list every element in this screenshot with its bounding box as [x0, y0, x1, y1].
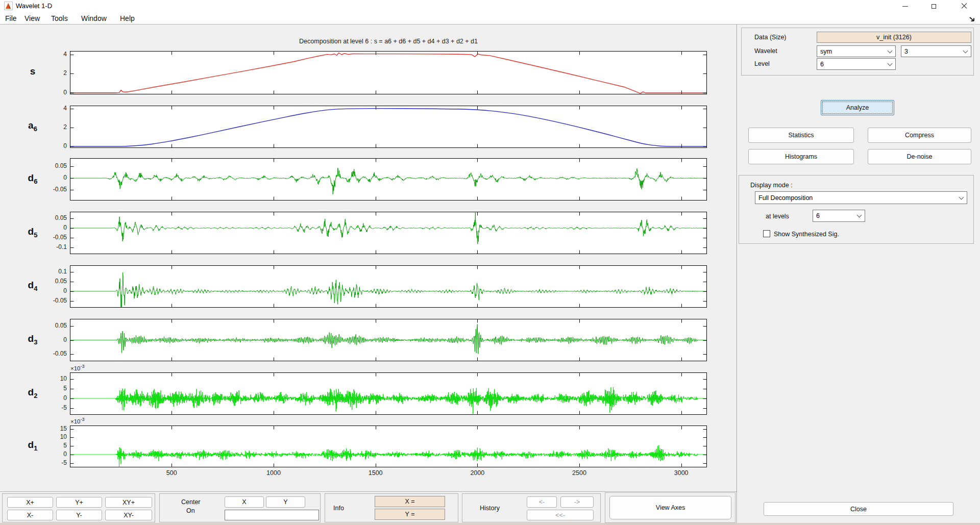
- menu-file[interactable]: File: [5, 14, 17, 22]
- ytick-d2: 5: [31, 385, 67, 392]
- chevron-down-icon: [857, 213, 862, 218]
- close-button[interactable]: Close: [764, 502, 953, 516]
- at-levels-value: 6: [816, 212, 820, 219]
- zoom-x-minus-button[interactable]: X-: [7, 510, 53, 520]
- axes-s[interactable]: [70, 51, 707, 94]
- ytick-d5: -0.1: [31, 243, 67, 251]
- level-value: 6: [820, 61, 824, 68]
- ytick-d1: 5: [31, 442, 67, 449]
- menubar: File View Tools Window Help: [0, 12, 980, 24]
- wavelet-number-value: 3: [904, 48, 908, 55]
- at-levels-select[interactable]: 6: [813, 210, 865, 222]
- axes-d6[interactable]: [70, 158, 707, 201]
- ytick-d1: -5: [31, 459, 67, 466]
- zoom-xy-minus-button[interactable]: XY-: [105, 510, 152, 520]
- ytick-d4: -0.05: [31, 297, 67, 304]
- center-y-button[interactable]: Y: [266, 496, 305, 508]
- zoom-y-minus-button[interactable]: Y-: [56, 510, 102, 520]
- window-title: Wavelet 1-D: [16, 2, 52, 10]
- ytick-d4: 0.1: [31, 268, 67, 275]
- analyze-button[interactable]: Analyze: [821, 100, 894, 115]
- chevron-down-icon: [888, 48, 893, 53]
- bottom-strip: [0, 523, 980, 525]
- zoom-x-plus-button[interactable]: X+: [7, 497, 53, 508]
- display-mode-value: Full Decomposition: [758, 194, 813, 202]
- axes-d5[interactable]: [70, 212, 707, 254]
- axes-d1[interactable]: [70, 426, 707, 467]
- wavelet-1d-window: Wavelet 1-D File View Tools Window Help …: [0, 0, 980, 525]
- decomposition-title: Decomposition at level 6 : s = a6 + d6 +…: [70, 38, 707, 45]
- histograms-button[interactable]: Histograms: [748, 149, 854, 164]
- ytick-d2: 10: [31, 375, 67, 382]
- axes-d4[interactable]: [70, 265, 707, 308]
- history-prev-button[interactable]: <-: [527, 496, 557, 508]
- xtick-label: 1500: [360, 469, 391, 477]
- axes-d2[interactable]: [70, 372, 707, 415]
- wavelet-family-select[interactable]: sym: [817, 45, 896, 57]
- axes-a6[interactable]: [70, 106, 707, 148]
- compress-button[interactable]: Compress: [868, 128, 971, 143]
- ytick-d3: -0.05: [31, 350, 67, 357]
- chevron-down-icon: [888, 61, 893, 66]
- ytick-d5: 0: [31, 224, 67, 231]
- history-next-button[interactable]: ->: [560, 496, 594, 508]
- level-select[interactable]: 6: [817, 58, 896, 70]
- ytick-d2: 0: [31, 394, 67, 402]
- info-x-field: X =: [375, 496, 445, 507]
- display-mode-label: Display mode :: [750, 182, 793, 189]
- show-synthesized-checkbox[interactable]: [763, 230, 770, 237]
- ytick-d1: 10: [31, 433, 67, 440]
- ytick-d6: 0.05: [31, 162, 67, 169]
- chevron-down-icon: [959, 194, 964, 199]
- data-size-field[interactable]: v_init (3126): [817, 32, 971, 43]
- ytick-s: 4: [31, 51, 67, 58]
- toolbar-divider: [0, 491, 737, 492]
- center-value-input[interactable]: [225, 510, 319, 520]
- exp-label-d2: ×10-3: [70, 364, 85, 371]
- ytick-d1: 0: [31, 451, 67, 458]
- exp-label-d1: ×10-3: [70, 417, 85, 424]
- ytick-d3: 0.05: [31, 322, 67, 329]
- panel-divider: [737, 24, 738, 525]
- menu-view[interactable]: View: [24, 14, 40, 22]
- axes-d3[interactable]: [70, 319, 707, 361]
- denoise-button[interactable]: De-noise: [868, 149, 971, 164]
- restore-button[interactable]: [922, 0, 945, 12]
- history-first-button[interactable]: <<-: [527, 510, 594, 520]
- xtick-label: 500: [156, 469, 187, 477]
- xtick-label: 1000: [258, 469, 289, 477]
- restore-icon: [932, 4, 936, 9]
- info-y-field: Y =: [375, 509, 445, 520]
- close-window-button[interactable]: [952, 0, 976, 12]
- center-x-button[interactable]: X: [225, 496, 264, 508]
- ytick-a6: 4: [31, 105, 67, 112]
- display-mode-select[interactable]: Full Decomposition: [755, 191, 967, 204]
- matlab-icon: [4, 2, 13, 10]
- xtick-label: 3000: [666, 469, 697, 477]
- ytick-a6: 0: [31, 142, 67, 149]
- center-on-label: On: [186, 507, 195, 514]
- wavelet-family-value: sym: [820, 48, 832, 55]
- minimize-icon: [902, 6, 908, 7]
- ytick-s: 0: [31, 89, 67, 96]
- menu-tools[interactable]: Tools: [51, 14, 68, 22]
- zoom-y-plus-button[interactable]: Y+: [56, 497, 102, 508]
- history-label: History: [480, 505, 500, 512]
- ytick-d5: 0.05: [31, 214, 67, 221]
- wavelet-label: Wavelet: [754, 47, 777, 55]
- zoom-xy-plus-button[interactable]: XY+: [105, 497, 152, 508]
- data-size-label: Data (Size): [754, 34, 787, 41]
- statistics-button[interactable]: Statistics: [748, 128, 854, 143]
- ytick-d2: -5: [31, 404, 67, 411]
- level-label: Level: [754, 60, 770, 67]
- ytick-d3: 0: [31, 336, 67, 343]
- view-axes-button[interactable]: View Axes: [609, 496, 731, 519]
- menu-help[interactable]: Help: [120, 14, 135, 22]
- wavelet-number-select[interactable]: 3: [901, 45, 971, 57]
- chevron-down-icon: [963, 48, 968, 53]
- menu-window[interactable]: Window: [81, 14, 107, 22]
- xtick-label: 2500: [564, 469, 595, 477]
- ytick-d6: -0.05: [31, 186, 67, 193]
- dock-arrow-icon[interactable]: [969, 16, 977, 23]
- minimize-button[interactable]: [893, 0, 917, 12]
